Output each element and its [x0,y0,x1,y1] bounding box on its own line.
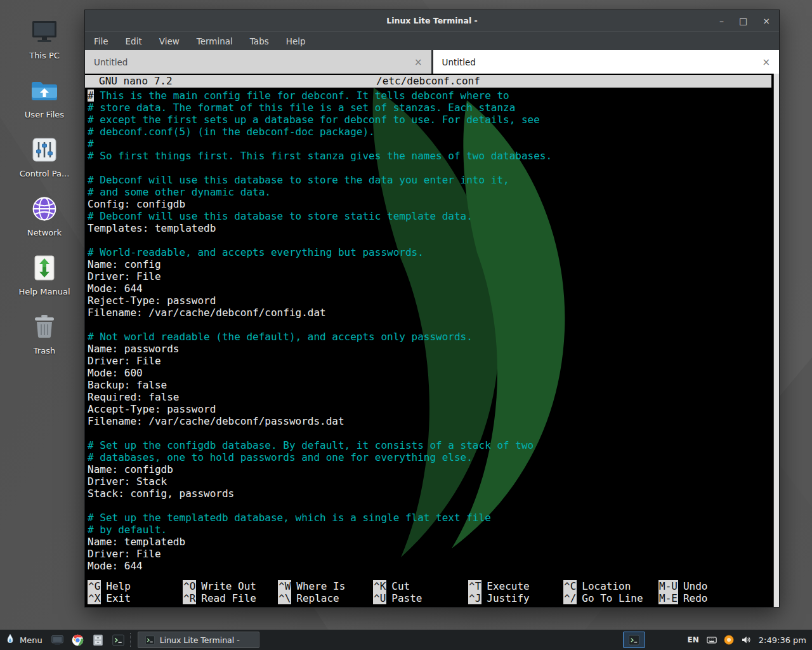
editor-line: # This is the main config file for debco… [88,90,770,102]
task-button-terminal[interactable]: Linux Lite Terminal - [138,632,259,648]
shortcut-key: ^J [468,592,481,604]
editor-line [88,162,770,174]
tray-terminal-indicator[interactable] [623,632,645,648]
shortcut-key: ^T [468,580,481,592]
screen: This PCUser FilesControl Pa...NetworkHel… [0,0,812,650]
editor-line: Required: false [88,391,770,403]
desktop-icon-computer[interactable]: This PC [11,17,77,60]
editor-line: Filename: /var/cache/debconf/config.dat [88,307,770,319]
terminal-content[interactable]: GNU nano 7.2 /etc/debconf.conf # This is… [85,74,779,607]
shortcut-key: ^U [373,592,386,604]
shortcut-row: ^XExit^RRead File^\Replace^UPaste^JJusti… [88,592,769,604]
cursor: # [88,90,94,102]
shortcut-label: Where Is [296,580,345,592]
tab-label: Untitled [94,57,128,67]
shortcut-key: ^/ [563,592,577,604]
launcher-chrome-icon[interactable] [69,631,87,649]
menu-tabs[interactable]: Tabs [250,36,269,46]
editor-line: Name: config [88,258,770,270]
nano-shortcuts: ^GHelp^OWrite Out^WWhere Is^KCut^TExecut… [88,580,769,604]
launcher-terminal-icon[interactable] [110,631,128,649]
nano-filename: /etc/debconf.conf [85,75,771,88]
task-button-label: Linux Lite Terminal - [160,635,240,645]
editor-line: # Set up the configdb database. By defau… [88,439,770,451]
shortcut-where-is[interactable]: ^WWhere Is [278,580,373,592]
maximize-button[interactable]: □ [739,17,747,25]
editor-line: Driver: File [88,270,770,282]
tray-keyboard-icon[interactable] [706,634,717,646]
desktop-icon-network[interactable]: Network [11,194,77,237]
shortcut-paste[interactable]: ^UPaste [373,592,468,604]
shortcut-redo[interactable]: M-ERedo [658,592,769,604]
shortcut-label: Write Out [201,580,256,592]
computer-icon [29,17,60,47]
folder-icon [29,76,60,106]
desktop-icon-control-panel[interactable]: Control Pa... [11,135,77,178]
editor-line: # Set up the templatedb database, which … [88,512,770,524]
editor-line: # Debconf will use this database to stor… [88,174,770,186]
editor-line [88,500,770,512]
menu-file[interactable]: File [94,36,108,46]
clock[interactable]: 2:49:36 pm [759,635,806,645]
scrollbar-thumb[interactable] [774,74,779,607]
shortcut-help[interactable]: ^GHelp [88,580,183,592]
shortcut-write-out[interactable]: ^OWrite Out [183,580,278,592]
tray-volume-icon[interactable] [740,634,752,646]
editor-line: Mode: 644 [88,282,770,295]
scrollbar[interactable] [773,74,779,607]
tab-close-icon[interactable]: × [414,56,422,68]
desktop-icon-trash[interactable]: Trash [11,312,77,355]
editor-line: # by default. [88,524,770,536]
editor-line: Stack: config, passwords [88,488,770,500]
shortcut-label: Go To Line [582,592,643,604]
desktop-icon-label: Trash [34,346,55,355]
titlebar[interactable]: Linux Lite Terminal - – □ × [85,10,779,31]
shortcut-replace[interactable]: ^\Replace [278,592,373,604]
shortcut-key: M-E [658,592,678,604]
shortcut-row: ^GHelp^OWrite Out^WWhere Is^KCut^TExecut… [88,580,769,592]
close-button[interactable]: × [763,17,770,25]
editor-line: Config: configdb [88,198,770,210]
desktop-icon-help-manual[interactable]: Help Manual [11,253,77,296]
shortcut-undo[interactable]: M-UUndo [658,580,769,592]
tab-untitled-0[interactable]: Untitled× [85,50,431,74]
menu-edit[interactable]: Edit [126,36,142,46]
window-title: Linux Lite Terminal - [386,16,478,25]
shortcut-read-file[interactable]: ^RRead File [183,592,278,604]
shortcut-label: Exit [106,592,131,604]
desktop-icon-label: Control Pa... [20,169,70,178]
editor-line [88,319,770,331]
editor-line: Templates: templatedb [88,222,770,234]
editor-line: Driver: Stack [88,475,770,488]
shortcut-justify[interactable]: ^JJustify [468,592,563,604]
tab-bar: Untitled×Untitled× [85,50,779,74]
nano-body[interactable]: # This is the main config file for debco… [85,88,779,572]
menu-help[interactable]: Help [286,36,306,46]
shortcut-key: ^K [373,580,386,592]
shortcut-exit[interactable]: ^XExit [88,592,183,604]
shortcut-key: ^\ [278,592,291,604]
menu-button[interactable]: Menu [0,630,49,650]
minimize-button[interactable]: – [719,17,724,25]
menu-terminal[interactable]: Terminal [197,36,233,46]
editor-line [88,427,770,439]
shortcut-label: Location [582,580,631,592]
desktop-icon-folder[interactable]: User Files [11,76,77,119]
menu-view[interactable]: View [159,36,180,46]
tab-close-icon[interactable]: × [762,56,770,68]
launcher-file-cabinet-icon[interactable] [89,631,107,649]
terminal-icon [145,635,155,646]
shortcut-execute[interactable]: ^TExecute [468,580,563,592]
shortcut-cut[interactable]: ^KCut [373,580,468,592]
editor-line: # and some other dynamic data. [88,186,770,198]
tab-label: Untitled [442,57,476,67]
tab-untitled-1[interactable]: Untitled× [433,50,780,74]
shortcut-label: Help [106,580,131,592]
tray-update-icon[interactable] [723,634,735,646]
shortcut-location[interactable]: ^CLocation [563,580,658,592]
language-indicator[interactable]: EN [688,635,699,644]
shortcut-label: Execute [487,580,529,592]
launcher-display-icon[interactable] [49,631,67,649]
editor-line: Driver: File [88,548,770,560]
shortcut-go-to-line[interactable]: ^/Go To Line [563,592,658,604]
